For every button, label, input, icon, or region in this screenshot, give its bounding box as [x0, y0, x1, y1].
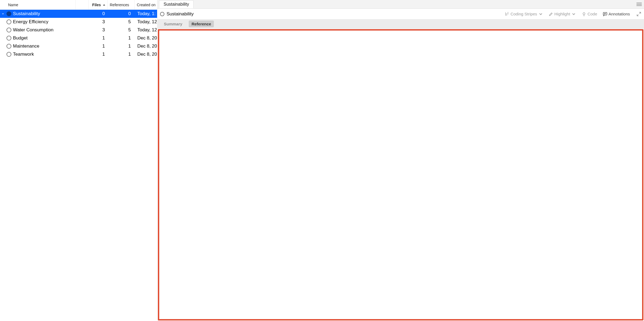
annotations-button[interactable]: Annotations [601, 12, 632, 16]
detail-panel: Sustainability Sustainability Coding Str… [157, 0, 644, 321]
code-button[interactable]: Code [580, 12, 599, 16]
col-created[interactable]: Created on [135, 0, 158, 9]
svg-point-3 [583, 12, 585, 15]
tree-row-label: Energy Efficiency [13, 19, 48, 25]
tree-row-references: 5 [108, 19, 135, 25]
highlight-button[interactable]: Highlight [547, 12, 578, 16]
tree-row-files: 0 [89, 11, 108, 16]
tree-row[interactable]: Sustainability00Today, 1: [0, 10, 157, 18]
col-files-label: Files [92, 3, 101, 7]
tree-row[interactable]: Teamwork11Dec 8, 20 [0, 50, 157, 58]
detail-content [157, 29, 644, 321]
tree-row-created: Dec 8, 20 [135, 52, 157, 57]
tree-row[interactable]: Energy Efficiency35Today, 12 [0, 18, 157, 26]
tree-row-references: 1 [108, 52, 135, 57]
tab-reference[interactable]: Reference [189, 21, 214, 27]
chevron-down-icon [538, 12, 543, 16]
tree-row-name-cell: Maintenance [0, 44, 76, 49]
hamburger-icon[interactable] [636, 2, 642, 7]
tree-row-name-cell: Water Consumption [0, 27, 76, 33]
highlight-icon [549, 12, 553, 16]
tree-row-created: Today, 12 [135, 19, 157, 25]
svg-line-10 [637, 14, 638, 16]
coding-stripes-label: Coding Stripes [510, 12, 537, 16]
document-tab-label: Sustainability [164, 2, 189, 7]
tree-row-label: Budget [13, 35, 28, 41]
document-tab[interactable]: Sustainability [159, 0, 194, 8]
tree-header: Name Files References Created on [0, 0, 157, 10]
tree-body: Sustainability00Today, 1:Energy Efficien… [0, 10, 157, 321]
node-icon [6, 28, 11, 32]
tree-row-label: Sustainability [13, 11, 40, 16]
highlight-label: Highlight [555, 12, 570, 16]
tree-row-references: 5 [108, 27, 135, 33]
tree-row[interactable]: Budget11Dec 8, 20 [0, 34, 157, 42]
tree-row-name-cell: Teamwork [0, 52, 76, 57]
node-icon [6, 19, 11, 24]
col-name[interactable]: Name [0, 0, 76, 9]
lightbulb-icon [582, 12, 586, 16]
node-icon [160, 12, 164, 16]
tree-row-name-cell: Energy Efficiency [0, 19, 76, 25]
tree-row-files: 3 [89, 19, 108, 25]
tree-row-files: 1 [89, 35, 108, 41]
tree-row-created: Dec 8, 20 [135, 35, 157, 41]
tree-row-created: Dec 8, 20 [135, 44, 157, 49]
content-highlight-box [158, 29, 643, 320]
coding-stripes-button[interactable]: Coding Stripes [503, 12, 545, 16]
app-root: Name Files References Created on Sustain… [0, 0, 644, 321]
chevron-down-icon[interactable] [1, 12, 5, 16]
node-icon [6, 52, 11, 57]
tree-row-label: Teamwork [13, 52, 34, 57]
tree-row-files: 3 [89, 27, 108, 33]
tree-row-created: Today, 12 [135, 27, 157, 33]
node-icon [6, 36, 11, 41]
svg-rect-6 [603, 12, 607, 15]
tab-summary[interactable]: Summary [161, 21, 185, 27]
tree-row-files: 1 [89, 52, 108, 57]
tree-row[interactable]: Maintenance11Dec 8, 20 [0, 42, 157, 50]
tree-row-created: Today, 1: [135, 11, 157, 16]
tree-row-label: Water Consumption [13, 27, 54, 33]
document-tab-bar: Sustainability [157, 0, 644, 9]
tree-row-label: Maintenance [13, 44, 39, 49]
code-label: Code [587, 12, 597, 16]
codes-tree-panel: Name Files References Created on Sustain… [0, 0, 157, 321]
annotations-label: Annotations [609, 12, 630, 16]
svg-line-9 [639, 12, 641, 14]
coding-stripes-icon [504, 12, 509, 16]
col-references[interactable]: References [108, 0, 135, 9]
col-files[interactable]: Files [89, 0, 108, 9]
node-icon [6, 44, 11, 49]
detail-subtabs: Summary Reference [157, 19, 644, 29]
tree-row-references: 1 [108, 35, 135, 41]
detail-title-bar: Sustainability Coding Stripes Highlight … [157, 9, 644, 19]
chevron-down-icon [571, 12, 576, 16]
detail-title: Sustainability [167, 11, 194, 17]
node-icon [6, 11, 11, 16]
tree-row-name-cell: Budget [0, 35, 76, 41]
tree-row-files: 1 [89, 44, 108, 49]
tree-row-references: 0 [108, 11, 135, 16]
tree-row-name-cell: Sustainability [0, 11, 76, 16]
expand-icon[interactable] [636, 12, 641, 16]
sort-asc-icon [103, 4, 105, 6]
tree-row[interactable]: Water Consumption35Today, 12 [0, 26, 157, 34]
col-blank [76, 0, 89, 9]
annotations-icon [603, 12, 608, 16]
tree-row-references: 1 [108, 44, 135, 49]
